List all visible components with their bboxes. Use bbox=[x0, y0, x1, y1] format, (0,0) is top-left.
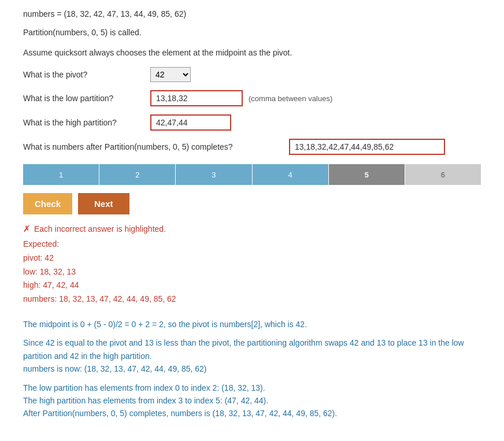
high-label: What is the high partition? bbox=[23, 118, 144, 127]
partition-call: Partition(numbers, 0, 5) is called. bbox=[23, 27, 481, 39]
expected-low: low: 18, 32, 13 bbox=[23, 265, 481, 279]
expected-numbers: numbers: 18, 32, 13, 47, 42, 44, 49, 85,… bbox=[23, 292, 481, 306]
numbers-display: numbers = (18, 32, 42, 47, 13, 44, 49, 8… bbox=[23, 9, 481, 18]
expected-high: high: 47, 42, 44 bbox=[23, 279, 481, 292]
pivot-select[interactable]: 42 bbox=[150, 67, 191, 82]
assumption-text: Assume quicksort always chooses the elem… bbox=[23, 47, 481, 59]
high-partition-row: What is the high partition? bbox=[23, 114, 481, 131]
low-hint: (comma between values) bbox=[249, 94, 332, 103]
explanation-1: The midpoint is 0 + (5 - 0)/2 = 0 + 2 = … bbox=[23, 318, 481, 331]
explanation-5: After Partition(numbers, 0, 5) completes… bbox=[23, 407, 481, 420]
after-label: What is numbers after Partition(numbers,… bbox=[23, 142, 283, 151]
explanation-4: The high partition has elements from ind… bbox=[23, 394, 481, 407]
after-partition-input[interactable] bbox=[289, 139, 445, 155]
progress-segment-6[interactable]: 6 bbox=[405, 164, 481, 185]
progress-segment-4[interactable]: 4 bbox=[253, 164, 329, 185]
progress-segment-3[interactable]: 3 bbox=[176, 164, 252, 185]
explanation-3-5: The low partition has elements from inde… bbox=[23, 381, 481, 420]
pivot-label: What is the pivot? bbox=[23, 70, 144, 79]
expected-section: Expected: pivot: 42 low: 18, 32, 13 high… bbox=[23, 238, 481, 306]
check-button[interactable]: Check bbox=[23, 193, 72, 214]
expected-title: Expected: bbox=[23, 238, 481, 251]
progress-segment-2[interactable]: 2 bbox=[99, 164, 176, 185]
progress-segment-5[interactable]: 5 bbox=[329, 164, 405, 185]
low-partition-row: What is the low partition? (comma betwee… bbox=[23, 90, 481, 106]
button-row: Check Next bbox=[23, 193, 481, 214]
error-icon: ✗ bbox=[23, 224, 31, 234]
after-partition-row: What is numbers after Partition(numbers,… bbox=[23, 139, 481, 155]
error-message: Each incorrect answer is highlighted. bbox=[34, 224, 166, 234]
low-partition-input[interactable] bbox=[150, 90, 243, 106]
high-partition-input[interactable] bbox=[150, 114, 231, 131]
explanation-3: The low partition has elements from inde… bbox=[23, 381, 481, 394]
expected-pivot: pivot: 42 bbox=[23, 251, 481, 265]
progress-segment-1[interactable]: 1 bbox=[23, 164, 99, 185]
next-button[interactable]: Next bbox=[78, 193, 129, 214]
progress-bar: 1 2 3 4 5 6 bbox=[23, 164, 481, 185]
explanation-2: Since 42 is equal to the pivot and 13 is… bbox=[23, 336, 481, 375]
low-label: What is the low partition? bbox=[23, 94, 144, 103]
pivot-row: What is the pivot? 42 bbox=[23, 67, 481, 82]
error-line: ✗ Each incorrect answer is highlighted. bbox=[23, 224, 481, 234]
